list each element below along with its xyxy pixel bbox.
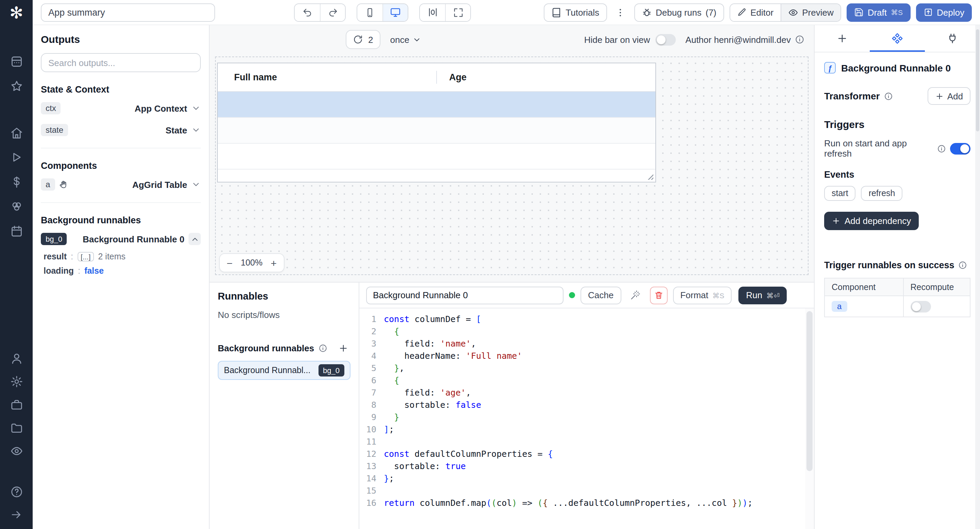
zoom-out-button[interactable]: − <box>227 258 233 268</box>
code-editor[interactable]: 12345678910111213141516 const columnDef … <box>360 308 814 529</box>
editor-tab[interactable]: Editor <box>730 4 780 21</box>
output-row-ctx[interactable]: ctx App Context <box>41 100 201 116</box>
preview-tab[interactable]: Preview <box>780 4 840 21</box>
undo-redo-group <box>294 3 346 21</box>
transformer-row: Transformer Add <box>824 87 970 105</box>
topbar: Tutorials Debug runs (7) Editor Preview … <box>33 0 980 25</box>
runs-icon[interactable] <box>9 150 24 165</box>
output-row-state[interactable]: state State <box>41 122 201 138</box>
chevron-down-icon[interactable] <box>191 180 201 189</box>
app-summary-input[interactable] <box>41 3 215 21</box>
info-icon[interactable] <box>959 261 967 269</box>
help-icon[interactable] <box>9 484 24 499</box>
app-canvas: 2 once Hide bar on view Author henri@win… <box>210 25 814 282</box>
search-outputs-input[interactable] <box>41 53 201 72</box>
expand-sidebar-icon[interactable] <box>9 507 24 522</box>
fullscreen-icon[interactable] <box>445 4 470 21</box>
mobile-view-button[interactable] <box>357 4 382 21</box>
add-background-runnable-button[interactable] <box>336 340 350 355</box>
run-button[interactable]: Run ⌘⏎ <box>739 286 787 304</box>
aggrid-table-component[interactable]: Full name Age <box>217 63 656 182</box>
more-menu-icon[interactable] <box>612 3 628 21</box>
result-expand-badge[interactable]: [...] <box>77 252 94 261</box>
page-scrollbar-thumb[interactable] <box>976 29 979 131</box>
cache-button[interactable]: Cache <box>581 286 621 304</box>
zoom-in-button[interactable]: + <box>271 258 277 268</box>
add-transformer-button[interactable]: Add <box>928 87 970 105</box>
ai-wand-icon[interactable] <box>627 286 644 304</box>
center-component-icon[interactable] <box>420 4 445 21</box>
editor-scrollbar-thumb[interactable] <box>807 311 813 471</box>
resources-icon[interactable] <box>9 199 24 214</box>
chevron-down-icon[interactable] <box>191 125 201 135</box>
ctx-badge: ctx <box>41 102 61 115</box>
draft-label: Draft <box>868 7 887 18</box>
runnable-name-input[interactable] <box>366 286 563 304</box>
tab-component-settings[interactable] <box>870 25 925 52</box>
output-row-component-a[interactable]: a AgGrid Table <box>41 176 201 193</box>
draft-button[interactable]: Draft ⌘S <box>846 3 910 21</box>
code-content[interactable]: const columnDef = [ { field: 'name', hea… <box>384 313 814 529</box>
info-icon[interactable] <box>937 144 946 153</box>
home-icon[interactable] <box>9 125 24 140</box>
workers-icon[interactable] <box>9 397 24 412</box>
info-icon[interactable] <box>795 35 804 44</box>
tab-insert-component[interactable] <box>815 25 870 52</box>
info-icon[interactable] <box>318 344 327 352</box>
code-gutter: 12345678910111213141516 <box>360 313 384 529</box>
add-dependency-button[interactable]: Add dependency <box>824 212 918 230</box>
background-runnables-section-title: Background runnables <box>218 343 314 353</box>
apps-icon[interactable] <box>9 54 24 69</box>
background-runnable-item[interactable]: Background Runnabl... bg_0 <box>218 361 350 380</box>
delete-runnable-button[interactable] <box>649 286 667 304</box>
chevron-down-icon[interactable] <box>191 104 201 113</box>
settings-gear-icon[interactable] <box>9 374 24 389</box>
undo-button[interactable] <box>295 4 320 21</box>
table-header-age: Age <box>437 72 466 82</box>
tutorials-button[interactable]: Tutorials <box>544 3 607 21</box>
redo-button[interactable] <box>320 4 345 21</box>
state-badge: state <box>41 124 68 136</box>
chevron-up-icon[interactable] <box>189 233 201 245</box>
info-icon[interactable] <box>884 92 892 100</box>
layout-tools-group <box>419 3 471 21</box>
table-row <box>218 143 655 169</box>
recompute-toggle[interactable] <box>910 301 931 312</box>
debug-runs-label: Debug runs <box>656 7 701 18</box>
cursor-hand-icon <box>59 180 68 189</box>
event-refresh-chip: refresh <box>861 186 903 201</box>
format-kbd: ⌘S <box>713 291 724 299</box>
format-button[interactable]: Format ⌘S <box>673 286 732 304</box>
windmill-logo-icon[interactable]: ✻ <box>10 4 23 22</box>
editor-scrollbar-track <box>805 308 814 529</box>
run-kbd: ⌘⏎ <box>766 291 780 299</box>
tab-connections[interactable] <box>925 25 980 52</box>
schedules-icon[interactable] <box>9 223 24 238</box>
draft-kbd: ⌘S <box>891 8 903 16</box>
desktop-view-button[interactable] <box>382 4 408 21</box>
deploy-button[interactable]: Deploy <box>916 3 972 21</box>
favorites-star-icon[interactable] <box>9 78 24 93</box>
component-column-header: Component <box>825 282 903 292</box>
app-editor: ✻ Tutorials <box>0 0 980 529</box>
interval-select[interactable]: once <box>390 34 421 45</box>
outputs-title: Outputs <box>41 33 201 45</box>
folders-icon[interactable] <box>9 420 24 435</box>
run-on-start-toggle[interactable] <box>950 143 970 154</box>
users-icon[interactable] <box>9 351 24 366</box>
preview-label: Preview <box>802 7 834 18</box>
hide-bar-toggle[interactable] <box>655 34 676 45</box>
debug-runs-button[interactable]: Debug runs (7) <box>634 3 724 21</box>
run-on-start-row: Run on start and app refresh <box>824 138 970 159</box>
resize-grip[interactable] <box>646 173 653 180</box>
variables-icon[interactable] <box>9 174 24 189</box>
hide-bar-label: Hide bar on view <box>584 34 650 45</box>
output-row-bg0[interactable]: bg_0 Background Runnable 0 <box>41 231 201 247</box>
canvas-toolbar: 2 once Hide bar on view Author henri@win… <box>210 25 814 54</box>
audit-logs-eye-icon[interactable] <box>9 443 24 458</box>
event-start-chip: start <box>824 186 856 201</box>
runnable-title: Background Runnable 0 <box>841 62 951 73</box>
refresh-all-button[interactable]: 2 <box>346 30 380 49</box>
hide-bar-row: Hide bar on view <box>584 34 676 45</box>
debug-runs-count: (7) <box>705 7 716 18</box>
